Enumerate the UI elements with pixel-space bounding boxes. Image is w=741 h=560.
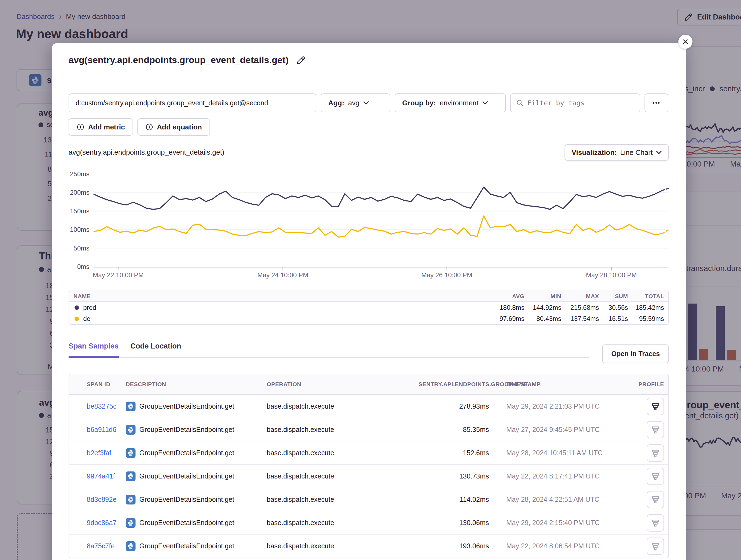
tag-filter-field	[510, 93, 640, 112]
span-id-link[interactable]: 9974a41f	[87, 472, 115, 480]
metric-query-input[interactable]	[69, 93, 316, 112]
flamegraph-icon	[651, 402, 660, 411]
chevron-down-icon	[363, 101, 369, 105]
duration-cell: 193.06ms	[418, 542, 489, 550]
duration-cell: 130.73ms	[418, 472, 489, 480]
profile-button[interactable]	[647, 398, 664, 415]
aggregation-dropdown[interactable]: Agg: avg	[321, 93, 390, 112]
operation-cell: base.dispatch.execute	[267, 426, 418, 433]
operation-cell: base.dispatch.execute	[267, 472, 418, 480]
group-by-dropdown[interactable]: Group by: environment	[395, 93, 506, 112]
profile-button[interactable]	[647, 468, 664, 485]
summary-value: 95.59ms	[628, 315, 664, 323]
close-icon[interactable]: ✕	[678, 35, 692, 49]
summary-header-cell: MIN	[525, 293, 561, 300]
samples-header-cell: TIMESTAMP	[506, 381, 636, 388]
python-icon	[126, 402, 136, 411]
y-axis-label: 0ms	[52, 263, 89, 270]
summary-table-header: NAMEAVGMINMAXSUMTOTAL	[69, 291, 668, 302]
modal-title: avg(sentry.api.endpoints.group_event_det…	[69, 55, 289, 65]
summary-value: 144.92ms	[525, 304, 561, 311]
span-id-link[interactable]: b2ef3faf	[87, 449, 111, 457]
profile-button[interactable]	[647, 491, 664, 508]
profile-button[interactable]	[647, 538, 664, 555]
visualization-value: Line Chart	[620, 148, 653, 157]
series-name-cell: de	[73, 315, 486, 323]
series-name-cell: prod	[73, 304, 486, 311]
span-id-link[interactable]: 8d3c892e	[87, 495, 117, 503]
timestamp-cell: May 29, 2024 2:15:40 PM UTC	[506, 519, 636, 527]
profile-button[interactable]	[647, 514, 664, 532]
tab-span-samples[interactable]: Span Samples	[69, 342, 119, 358]
table-row: 9974a41fGroupEventDetailsEndpoint.getbas…	[69, 465, 668, 488]
aggregation-value: avg	[348, 99, 359, 107]
metric-details-modal: avg(sentry.api.endpoints.group_event_det…	[52, 43, 686, 560]
python-icon	[126, 448, 136, 458]
overflow-menu-button[interactable]: •••	[645, 93, 668, 112]
plus-circle-icon	[77, 123, 84, 131]
tag-filter-input[interactable]	[527, 99, 634, 107]
x-axis-label: May 26 10:00 PM	[409, 271, 485, 279]
tab-code-location[interactable]: Code Location	[130, 342, 181, 358]
x-axis-label: May 24 10:00 PM	[245, 271, 321, 279]
table-row: b6a911d6GroupEventDetailsEndpoint.getbas…	[69, 418, 668, 442]
summary-header-cell: MAX	[561, 293, 599, 300]
group-by-label: Group by:	[402, 99, 436, 107]
visualization-label: Visualization:	[571, 148, 617, 157]
span-id-link[interactable]: 9dbc86a7	[87, 519, 117, 527]
series-name: prod	[83, 304, 96, 311]
span-description: GroupEventDetailsEndpoint.get	[139, 542, 234, 550]
timestamp-cell: May 27, 2024 9:45:45 PM UTC	[506, 426, 636, 433]
summary-header-cell: SUM	[599, 293, 628, 300]
y-axis-label: 200ms	[52, 189, 89, 196]
series-color-dot	[74, 317, 79, 321]
summary-row: de97.69ms80.43ms137.54ms16.51s95.59ms	[69, 313, 668, 324]
summary-header-cell: TOTAL	[628, 293, 664, 300]
table-row: 9dbc86a7GroupEventDetailsEndpoint.getbas…	[69, 511, 668, 535]
summary-value: 80.43ms	[525, 315, 561, 323]
profile-button[interactable]	[647, 445, 664, 462]
profile-button[interactable]	[647, 421, 664, 438]
span-id-link[interactable]: b6a911d6	[87, 426, 116, 433]
table-row: 8a75c7feGroupEventDetailsEndpoint.getbas…	[69, 535, 668, 558]
add-equation-button[interactable]: Add equation	[137, 118, 210, 136]
summary-value: 180.8ms	[486, 304, 525, 311]
span-id-link[interactable]: 8a75c7fe	[87, 542, 115, 550]
edit-title-pencil-icon[interactable]	[297, 56, 306, 65]
samples-header-cell: DESCRIPTION	[126, 381, 267, 388]
table-row: 8d3c892eGroupEventDetailsEndpoint.getbas…	[69, 488, 668, 511]
y-axis-label: 150ms	[52, 208, 89, 215]
operation-cell: base.dispatch.execute	[267, 449, 418, 457]
duration-cell: 85.35ms	[418, 426, 489, 433]
flamegraph-icon	[651, 472, 660, 481]
open-in-traces-button[interactable]: Open in Traces	[602, 344, 669, 363]
plus-circle-icon	[145, 123, 153, 131]
operation-cell: base.dispatch.execute	[267, 495, 418, 503]
add-equation-label: Add equation	[157, 123, 202, 131]
overflow-icon: •••	[652, 99, 660, 106]
visualization-dropdown[interactable]: Visualization: Line Chart	[564, 144, 669, 161]
operation-cell: base.dispatch.execute	[267, 542, 418, 550]
span-description: GroupEventDetailsEndpoint.get	[139, 495, 234, 503]
series-name: de	[83, 315, 90, 323]
span-description: GroupEventDetailsEndpoint.get	[139, 449, 234, 457]
samples-header-cell: PROFILE	[636, 381, 664, 388]
add-metric-label: Add metric	[88, 123, 125, 131]
flamegraph-icon	[651, 495, 660, 504]
table-row: b2ef3fafGroupEventDetailsEndpoint.getbas…	[69, 442, 668, 465]
python-icon	[126, 518, 136, 528]
y-axis-label: 50ms	[52, 245, 89, 252]
duration-cell: 130.06ms	[418, 519, 489, 527]
add-metric-button[interactable]: Add metric	[69, 118, 133, 136]
summary-value: 30.56s	[599, 304, 628, 311]
flamegraph-icon	[651, 518, 660, 528]
span-id-link[interactable]: be83275c	[87, 402, 117, 410]
x-axis-label: May 28 10:00 PM	[574, 271, 650, 279]
samples-header-cell: SENTRY.API.ENDPOINTS.GROUP_EVE…	[418, 381, 489, 388]
timestamp-cell: May 22, 2024 8:06:54 PM UTC	[506, 542, 636, 550]
summary-row: prod180.8ms144.92ms215.68ms30.56s185.42m…	[69, 302, 668, 313]
span-description: GroupEventDetailsEndpoint.get	[139, 402, 234, 410]
samples-table-header: SPAN IDDESCRIPTIONOPERATIONSENTRY.API.EN…	[69, 374, 668, 395]
metric-line-chart	[93, 174, 669, 270]
summary-header-cell: NAME	[73, 293, 486, 300]
